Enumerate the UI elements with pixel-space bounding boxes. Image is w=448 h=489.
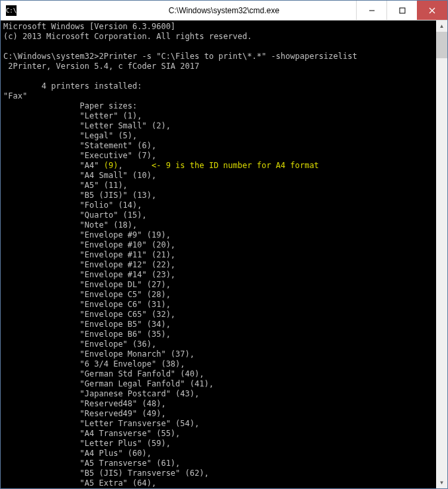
close-button[interactable] <box>417 1 447 20</box>
window-titlebar[interactable]: C:\ C:\Windows\system32\cmd.exe <box>1 1 447 21</box>
scroll-up-button[interactable]: ▲ <box>436 21 447 32</box>
scroll-down-button[interactable]: ▼ <box>436 477 447 488</box>
scroll-thumb[interactable] <box>436 32 447 58</box>
minimize-button[interactable] <box>356 1 386 20</box>
cmd-icon: C:\ <box>6 5 17 16</box>
scroll-track[interactable] <box>436 32 447 477</box>
svg-rect-1 <box>400 8 405 13</box>
terminal-output[interactable]: Microsoft Windows [Version 6.3.9600] (c)… <box>1 21 436 488</box>
vertical-scrollbar[interactable]: ▲ ▼ <box>436 21 447 488</box>
maximize-button[interactable] <box>386 1 417 20</box>
terminal-container: Microsoft Windows [Version 6.3.9600] (c)… <box>1 21 447 488</box>
window-title: C:\Windows\system32\cmd.exe <box>169 6 279 15</box>
window-controls <box>356 1 447 20</box>
